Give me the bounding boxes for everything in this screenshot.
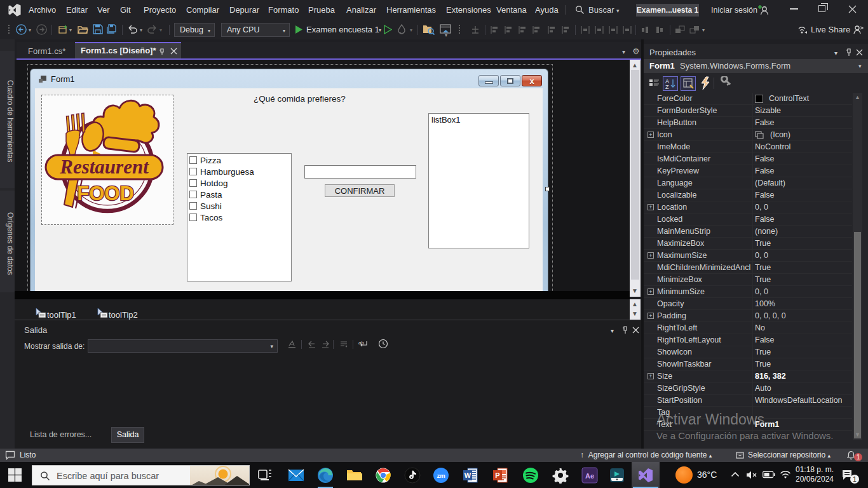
svg-text:zm: zm [437,472,445,479]
svg-text:Restaurent: Restaurent [59,156,149,178]
svg-text:Z: Z [665,84,669,90]
svg-text:Ae: Ae [585,472,594,480]
svg-text:W: W [465,471,471,479]
svg-text:FOOD: FOOD [77,182,134,205]
svg-text:P: P [495,471,499,479]
